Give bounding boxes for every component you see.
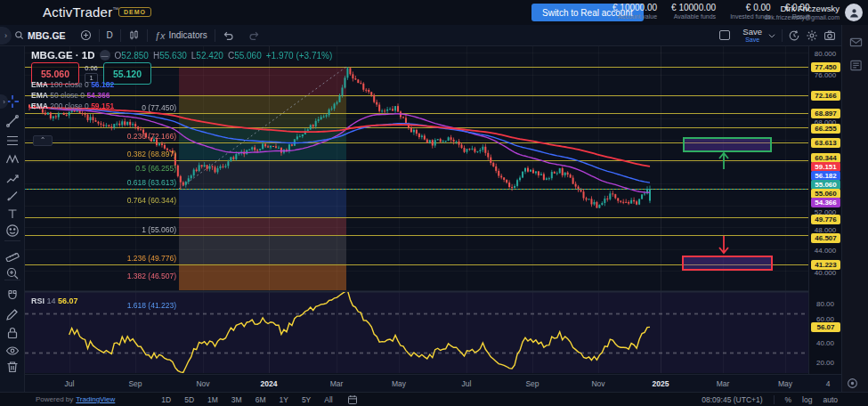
- range-buttons: 1D5D1M3M6M1Y5YAll: [161, 395, 332, 404]
- magnet-tool-icon[interactable]: [5, 288, 20, 303]
- range-button-5d[interactable]: 5D: [184, 395, 194, 404]
- range-button-1m[interactable]: 1M: [207, 395, 218, 404]
- ema-params: 200 close 0: [50, 102, 88, 110]
- range-button-1y[interactable]: 1Y: [279, 395, 288, 404]
- price-axis-badge: 56.07: [811, 322, 840, 332]
- timeframe-button[interactable]: D: [100, 25, 120, 45]
- range-button-3m[interactable]: 3M: [231, 395, 242, 404]
- zoom-in-tool-icon[interactable]: [5, 266, 20, 280]
- symbol-label: MBG.GE: [28, 30, 66, 41]
- account-stat: € 10000.00Account value: [612, 3, 657, 20]
- news-icon[interactable]: [849, 59, 863, 72]
- chart-style-button[interactable]: [121, 25, 147, 45]
- avatar[interactable]: [845, 4, 863, 21]
- user-block[interactable]: Dirk Friczewsky dirk.friczewsky@gmail.co…: [764, 4, 840, 22]
- trend-line-tool-icon[interactable]: [5, 114, 20, 128]
- fib-level-label: 1.236 (49.776): [25, 254, 176, 263]
- range-button-5y[interactable]: 5Y: [302, 395, 311, 404]
- price-axis-badge: 72.166: [811, 91, 840, 101]
- mail-icon[interactable]: [849, 36, 863, 49]
- chart-header: MBG.GE · 1D — O52.850 H55.630 L52.420 C5…: [31, 50, 332, 61]
- symbol-search[interactable]: MBG.GE: [7, 25, 73, 45]
- ema-legend-row[interactable]: EMA 100 close 0 56.182: [31, 80, 114, 89]
- scale-button-log[interactable]: log: [802, 395, 812, 404]
- plus-circle-icon: [80, 29, 92, 41]
- chart-pane[interactable]: MBG.GE · 1D — O52.850 H55.630 L52.420 C5…: [25, 46, 808, 374]
- ruler-tool-icon[interactable]: [5, 248, 20, 262]
- account-stat: € 10000.00Available funds: [671, 3, 716, 20]
- powered-by-label: Powered by: [36, 395, 73, 403]
- close-value: 55.060: [234, 51, 262, 61]
- time-tick: 4: [826, 379, 831, 388]
- price-axis[interactable]: 80.00076.00068.00052.00048.00044.00040.0…: [808, 46, 841, 374]
- ema-value: 59.151: [91, 102, 114, 110]
- time-tick: May: [392, 379, 406, 388]
- layout-select-button[interactable]: [712, 30, 737, 40]
- drawing-lock-tool-icon[interactable]: [5, 307, 20, 321]
- calendar-icon[interactable]: [347, 394, 358, 405]
- rsi-legend[interactable]: RSI 14 56.07: [31, 296, 78, 305]
- legend-collapse-button[interactable]: ⌃: [33, 135, 53, 146]
- fib-level-label: 1.382 (46.507): [25, 272, 176, 280]
- symbol-menu-icon[interactable]: —: [100, 50, 110, 61]
- price-chart-canvas[interactable]: [25, 46, 808, 374]
- price-axis-badge: 54.366: [811, 198, 840, 207]
- range-button-all[interactable]: All: [324, 395, 332, 404]
- text-tool-icon[interactable]: [5, 207, 20, 221]
- emoji-tool-icon[interactable]: [5, 223, 20, 238]
- ema-legend-row[interactable]: EMA 200 close 0 59.151: [31, 102, 114, 110]
- lock-tool-icon[interactable]: [5, 326, 20, 340]
- scale-buttons: %logauto: [785, 395, 838, 404]
- indicators-button[interactable]: ƒx Indicators: [148, 25, 215, 45]
- undo-button[interactable]: [215, 25, 241, 45]
- time-axis[interactable]: JulSepNov2024MarMayJulSepNov2025MarMay4: [25, 374, 841, 392]
- spread-value: 0.06: [85, 64, 98, 72]
- range-button-6m[interactable]: 6M: [256, 395, 266, 404]
- chart-title[interactable]: MBG.GE · 1D: [31, 50, 95, 61]
- rail-divider: [4, 280, 20, 280]
- tradingview-link[interactable]: TradingView: [76, 395, 115, 403]
- xabcd-pattern-tool-icon[interactable]: [5, 152, 20, 166]
- time-tick: 2025: [653, 379, 669, 388]
- camera-icon[interactable]: [823, 29, 836, 42]
- high-value: 55.630: [159, 51, 187, 61]
- price-axis-badge: 68.897: [811, 109, 840, 118]
- brush-tool-icon[interactable]: [5, 189, 20, 203]
- layout-square-icon: [719, 30, 730, 40]
- fib-level-label: 0.382 (68.897): [25, 150, 176, 158]
- trash-tool-icon[interactable]: [5, 360, 20, 374]
- price-axis-label: 40.00: [809, 339, 841, 347]
- redo-button[interactable]: [241, 25, 267, 45]
- scale-button-auto[interactable]: auto: [823, 395, 838, 404]
- forecast-tool-icon[interactable]: [5, 171, 20, 185]
- gear-icon[interactable]: [806, 29, 818, 42]
- fib-level-label: 1 (55.060): [25, 225, 176, 234]
- stat-value: € 10000.00: [671, 3, 716, 13]
- time-tick: May: [778, 379, 792, 388]
- time-tick: Jul: [462, 379, 472, 388]
- range-button-1d[interactable]: 1D: [161, 395, 171, 404]
- fib-level-label: 0.5 (66.255): [25, 164, 176, 173]
- add-symbol-button[interactable]: [73, 25, 99, 45]
- demo-badge: DEMO: [118, 7, 151, 17]
- chevron-down-icon[interactable]: [767, 31, 776, 40]
- ema-value: 54.366: [86, 91, 110, 100]
- time-tick: Nov: [196, 379, 209, 388]
- ema-legend-row[interactable]: EMA 50 close 0 54.366: [31, 91, 110, 100]
- reset-history-icon[interactable]: [788, 29, 800, 42]
- scale-button-%[interactable]: %: [785, 395, 792, 404]
- fx-icon: ƒx: [155, 30, 166, 41]
- eye-tool-icon[interactable]: [5, 344, 20, 358]
- fib-retracement-tool-icon[interactable]: [5, 134, 20, 148]
- stat-label: Account value: [618, 13, 657, 20]
- clock-label: 08:09:45 (UTC+1): [702, 395, 762, 404]
- price-axis-badge: 41.223: [811, 260, 840, 270]
- ema-name: EMA: [31, 91, 48, 100]
- price-axis-badge: 49.776: [811, 215, 840, 224]
- price-axis-label: 44.000: [809, 247, 841, 255]
- axis-settings-icon[interactable]: [847, 378, 858, 389]
- save-button[interactable]: Save Save: [742, 28, 762, 43]
- bottom-bar: Powered by TradingView 1D5D1M3M6M1Y5YAll…: [0, 392, 868, 406]
- chart-toolbar: MBG.GE D ƒx Indicators: [0, 25, 841, 46]
- low-value: 52.420: [196, 51, 223, 61]
